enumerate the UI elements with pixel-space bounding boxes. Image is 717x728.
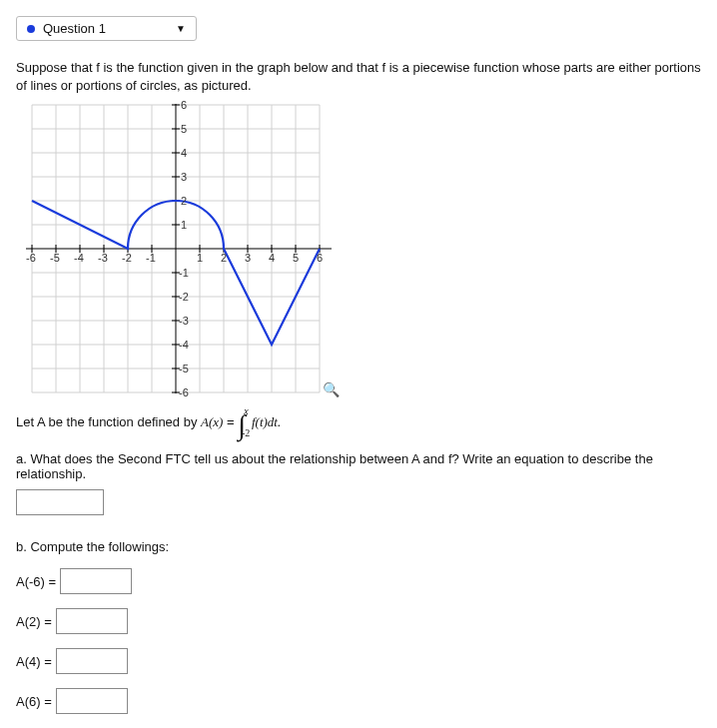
x-tick: 3 [245,252,251,264]
defn-lead: Let A be the function defined by [16,414,201,429]
input-a-neg6[interactable] [60,568,132,594]
label-a-2: A(2) = [16,614,52,629]
x-tick: -1 [146,252,156,264]
integral-icon: ∫-2x [238,414,252,429]
x-tick: -4 [74,252,84,264]
label-a-neg6: A(-6) = [16,574,56,589]
problem-prompt: Suppose that f is the function given in … [16,59,701,94]
label-a-6: A(6) = [16,694,52,709]
x-tick: 6 [317,252,323,264]
row-a-2: A(2) = [16,608,701,634]
defn-eq: = [227,414,238,429]
x-tick: 2 [221,252,227,264]
y-tick: 1 [181,219,187,231]
part-a-input[interactable] [16,489,104,515]
y-tick: -1 [179,267,189,279]
chevron-down-icon: ▼ [176,23,186,34]
magnify-icon[interactable]: 🔍 [323,381,340,397]
x-tick: 4 [269,252,275,264]
y-tick: 3 [181,171,187,183]
defn-integrand: f(t)dt. [252,414,281,429]
defn-fn: A(x) [201,414,223,429]
input-a-2[interactable] [56,608,128,634]
part-a-text: a. What does the Second FTC tell us abou… [16,451,701,481]
y-tick: 4 [181,147,187,159]
y-tick: -6 [179,386,189,398]
y-tick: 2 [181,195,187,207]
function-graph: -6 -5 -4 -3 -2 -1 1 2 3 4 5 6 1 2 3 4 5 … [16,104,336,393]
input-a-4[interactable] [56,648,128,674]
row-a-6: A(6) = [16,688,701,714]
y-tick: -4 [179,339,189,351]
row-a-4: A(4) = [16,648,701,674]
x-tick: -3 [98,252,108,264]
y-tick: -3 [179,315,189,327]
x-tick: -5 [50,252,60,264]
status-dot [27,25,35,33]
graph-svg [16,104,336,393]
input-a-6[interactable] [56,688,128,714]
x-tick: -2 [122,252,132,264]
y-tick: -2 [179,291,189,303]
question-selector-label: Question 1 [43,21,106,36]
y-tick: 5 [181,123,187,135]
x-tick: -6 [26,252,36,264]
x-tick: 1 [197,252,203,264]
y-tick: 6 [181,99,187,111]
x-tick: 5 [293,252,299,264]
definition-line: Let A be the function defined by A(x) = … [16,405,701,441]
question-selector[interactable]: Question 1 ▼ [16,16,197,41]
part-b-text: b. Compute the followings: [16,539,701,554]
row-a-neg6: A(-6) = [16,568,701,594]
y-tick: -5 [179,363,189,374]
label-a-4: A(4) = [16,654,52,669]
